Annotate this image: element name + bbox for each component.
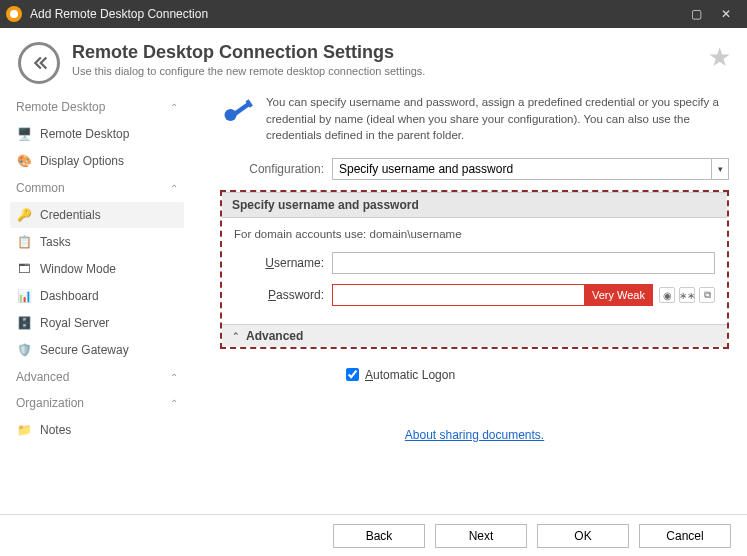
domain-hint: For domain accounts use: domain\username [234, 228, 715, 240]
configuration-label: Configuration: [220, 162, 324, 176]
username-label: UUsername:sername: [234, 256, 324, 270]
password-strength-badge: Very Weak [584, 284, 653, 306]
password-input[interactable] [332, 284, 584, 306]
password-label: PPassword:assword: [234, 288, 324, 302]
svg-point-1 [225, 109, 237, 121]
server-icon: 🗄️ [16, 315, 32, 331]
cancel-button[interactable]: Cancel [639, 524, 731, 548]
about-sharing-link[interactable]: About sharing documents. [405, 428, 544, 442]
dropdown-button[interactable]: ▾ [711, 158, 729, 180]
sidebar-item-secure-gateway[interactable]: 🛡️ Secure Gateway [10, 337, 184, 363]
favorite-star-icon[interactable]: ★ [708, 42, 731, 73]
gauge-icon: 📊 [16, 288, 32, 304]
sidebar-group-common[interactable]: Common⌃ [10, 175, 184, 201]
section-header: Specify username and password [222, 192, 727, 218]
sidebar-item-tasks[interactable]: 📋 Tasks [10, 229, 184, 255]
window-icon: 🗔 [16, 261, 32, 277]
intro-text: You can specify username and password, a… [266, 94, 729, 144]
tasks-icon: 📋 [16, 234, 32, 250]
window-title: Add Remote Desktop Connection [30, 7, 208, 21]
dialog-footer: Back Next OK Cancel [0, 514, 747, 556]
generate-password-icon[interactable]: ∗∗ [679, 287, 695, 303]
chevron-up-icon: ⌃ [170, 372, 178, 383]
next-button[interactable]: Next [435, 524, 527, 548]
shield-icon: 🛡️ [16, 342, 32, 358]
sidebar-group-remote-desktop[interactable]: Remote Desktop⌃ [10, 94, 184, 120]
automatic-logon-checkbox[interactable] [346, 368, 359, 381]
sidebar-item-credentials[interactable]: 🔑 Credentials [10, 202, 184, 228]
titlebar: Add Remote Desktop Connection ▢ ✕ [0, 0, 747, 28]
window-maximize-button[interactable]: ▢ [681, 4, 711, 24]
chevron-up-icon: ⌃ [170, 102, 178, 113]
copy-password-icon[interactable]: ⧉ [699, 287, 715, 303]
ok-button[interactable]: OK [537, 524, 629, 548]
sidebar-item-window-mode[interactable]: 🗔 Window Mode [10, 256, 184, 282]
sidebar-item-dashboard[interactable]: 📊 Dashboard [10, 283, 184, 309]
chevron-up-icon: ⌃ [170, 183, 178, 194]
sidebar-group-organization[interactable]: Organization⌃ [10, 390, 184, 416]
monitor-icon: 🖥️ [16, 126, 32, 142]
remote-desktop-icon [18, 42, 60, 84]
credentials-key-icon [220, 94, 266, 144]
automatic-logon-label: AAutomatic Logonutomatic Logon [365, 368, 455, 382]
chevron-up-icon: ⌃ [170, 398, 178, 409]
page-subtitle: Use this dialog to configure the new rem… [72, 65, 425, 77]
advanced-section-toggle[interactable]: ⌃ Advanced [222, 324, 727, 347]
palette-icon: 🎨 [16, 153, 32, 169]
credentials-highlight-box: Specify username and password For domain… [220, 190, 729, 349]
sidebar-item-remote-desktop[interactable]: 🖥️ Remote Desktop [10, 121, 184, 147]
chevron-up-icon: ⌃ [232, 331, 240, 341]
back-button[interactable]: Back [333, 524, 425, 548]
username-input[interactable] [332, 252, 715, 274]
key-icon: 🔑 [16, 207, 32, 223]
svg-point-0 [10, 10, 18, 18]
dialog-header: Remote Desktop Connection Settings Use t… [0, 28, 747, 94]
sidebar-item-notes[interactable]: 📁 Notes [10, 417, 184, 443]
content-pane: You can specify username and password, a… [188, 94, 747, 510]
configuration-dropdown[interactable] [332, 158, 711, 180]
sidebar-item-royal-server[interactable]: 🗄️ Royal Server [10, 310, 184, 336]
reveal-password-icon[interactable]: ◉ [659, 287, 675, 303]
sidebar-item-display-options[interactable]: 🎨 Display Options [10, 148, 184, 174]
notes-icon: 📁 [16, 422, 32, 438]
window-close-button[interactable]: ✕ [711, 4, 741, 24]
app-icon [6, 6, 22, 22]
sidebar-group-advanced[interactable]: Advanced⌃ [10, 364, 184, 390]
page-title: Remote Desktop Connection Settings [72, 42, 425, 63]
sidebar: Remote Desktop⌃ 🖥️ Remote Desktop 🎨 Disp… [0, 94, 188, 510]
